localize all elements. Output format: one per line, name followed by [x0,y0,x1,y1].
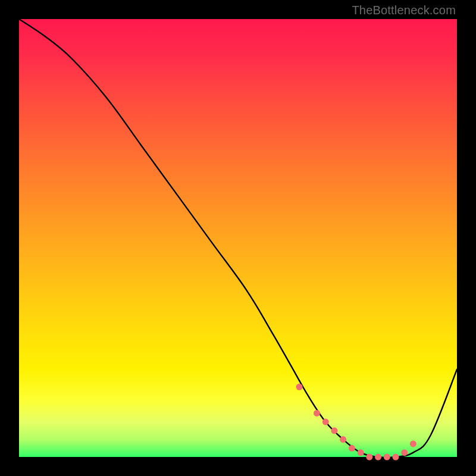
chart-frame: TheBottleneck.com [0,0,476,476]
marker-point [349,445,355,452]
marker-point [331,427,337,434]
marker-point [322,419,329,425]
curve-svg [19,19,457,457]
marker-point [314,410,320,416]
marker-point [392,454,399,461]
marker-point [410,440,416,447]
marker-point [375,454,381,461]
attribution-label: TheBottleneck.com [352,4,456,17]
plot-area [19,19,457,457]
highlight-markers [296,384,416,461]
marker-point [401,449,408,456]
bottleneck-curve [19,19,457,458]
marker-point [366,454,372,461]
marker-point [358,449,364,456]
marker-point [384,454,390,461]
marker-point [296,384,303,390]
marker-point [340,436,346,443]
